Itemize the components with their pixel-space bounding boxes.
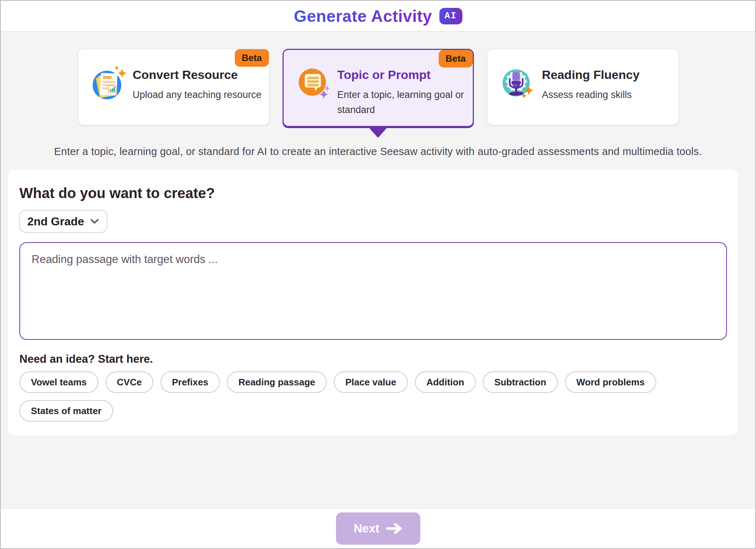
page-title: Generate Activity [294,6,432,26]
selected-card-pointer [368,127,388,138]
card-title: Convert Resource [133,68,262,82]
idea-chip[interactable]: Place value [334,371,408,393]
idea-chip[interactable]: Word problems [565,371,656,393]
grade-selector-value: 2nd Grade [27,215,84,228]
card-convert-resource[interactable]: Beta [78,49,269,125]
card-subtitle: Upload any teaching resource [133,88,262,103]
idea-chip[interactable]: CVCe [106,371,153,393]
next-button[interactable]: Next [336,512,420,545]
grade-selector[interactable]: 2nd Grade [19,210,107,233]
idea-chip[interactable]: States of matter [19,400,113,422]
generate-activity-window: Generate Activity AI Beta [0,0,756,549]
header: Generate Activity AI [1,1,755,32]
idea-chip[interactable]: Addition [415,371,476,393]
ai-badge: AI [439,8,462,24]
ideas-heading: Need an idea? Start here. [19,353,725,366]
arrow-right-icon [386,523,402,534]
idea-chip[interactable]: Reading passage [227,371,327,393]
form-heading: What do you want to create? [19,185,725,201]
next-button-label: Next [354,522,379,535]
speech-bubble-icon [295,66,332,103]
idea-chips: Vowel teams CVCe Prefixes Reading passag… [19,371,712,422]
beta-badge: Beta [439,50,472,67]
idea-chip[interactable]: Prefixes [160,371,220,393]
card-title: Reading Fluency [542,68,640,82]
footer-bar: Next [1,508,755,548]
chevron-down-icon [90,219,99,224]
card-subtitle: Assess reading skills [542,88,640,103]
idea-chip[interactable]: Subtraction [483,371,557,393]
prompt-input[interactable] [19,242,727,340]
mode-description: Enter a topic, learning goal, or standar… [1,146,755,158]
card-topic-or-prompt[interactable]: Beta Topic or Prompt [283,49,474,127]
card-title: Topic or Prompt [337,68,466,82]
document-stack-icon [90,66,128,103]
beta-badge: Beta [235,49,269,67]
card-reading-fluency[interactable]: Reading Fluency Assess reading skills [487,49,678,125]
mode-cards-row: Beta [1,49,755,127]
card-subtitle: Enter a topic, learning goal or standard [337,88,466,118]
create-form-panel: What do you want to create? 2nd Grade Ne… [8,169,738,435]
idea-chip[interactable]: Vowel teams [19,371,98,393]
microphone-icon [500,66,537,103]
